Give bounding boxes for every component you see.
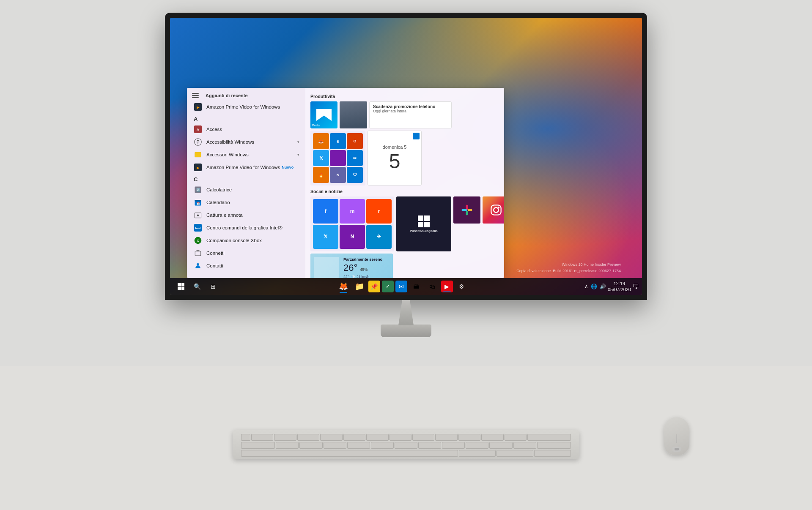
app-icon-access: A [194, 125, 202, 134]
app-item-amazon-prime-recent[interactable]: ▶ Amazon Prime Video for Windows [189, 101, 304, 113]
social-onenote: N [340, 225, 365, 249]
tray-network[interactable]: 🌐 [591, 284, 597, 289]
taskbar-todo[interactable]: ✓ [382, 281, 394, 292]
weather-temp-main: 26° [343, 262, 357, 273]
dot-firefox: 🦊 [313, 133, 329, 149]
start-button[interactable] [173, 279, 189, 294]
taskbar-sticky-notes[interactable]: 📌 [368, 281, 380, 292]
app-item-access[interactable]: A Access [189, 123, 304, 136]
mouse-logo [672, 447, 681, 452]
app-item-intel[interactable]: Intel Centro comandi della grafica Intel… [189, 221, 304, 234]
key [395, 442, 417, 449]
mouse [664, 417, 689, 455]
tile-calendar-photo[interactable] [340, 101, 367, 128]
social-telegram: ✈ [366, 225, 392, 249]
start-menu: Aggiunti di recente ▶ Amazon Prime Video… [187, 88, 504, 278]
tile-instagram[interactable] [483, 196, 504, 224]
tray-volume[interactable]: 🔊 [600, 284, 606, 289]
monitor-stand [381, 300, 431, 342]
app-icon-xbox: X [194, 236, 202, 245]
expand-arrow-accessories: ▾ [297, 153, 299, 157]
mail-icon-shape [316, 109, 332, 121]
app-name-amazon-prime: Amazon Prime Video for Windows [206, 165, 280, 170]
app-name-contatti: Contatti [206, 263, 223, 268]
keyboard-keys [241, 434, 571, 455]
app-item-calendario[interactable]: 📅 Calendario [189, 196, 304, 209]
taskbar-clock[interactable]: 12:19 05/07/2020 [608, 281, 631, 293]
taskbar-mail[interactable]: ✉ [395, 281, 407, 292]
key-row-2 [241, 442, 571, 449]
taskbar-photos[interactable]: 🏔 [409, 279, 423, 294]
app-item-accessibility[interactable]: Accessibilità Windows ▾ [189, 136, 304, 148]
start-menu-right-panel: Produttività Posta [305, 88, 504, 278]
svg-rect-31 [466, 211, 468, 215]
app-item-cattura[interactable]: Cattura e annota [189, 209, 304, 221]
svg-rect-33 [491, 205, 501, 215]
clock-date: 05/07/2020 [608, 286, 631, 292]
section-c: C [189, 174, 304, 183]
app-name-xbox: Companion console Xbox [206, 238, 262, 243]
app-item-connetti[interactable]: Connetti [189, 247, 304, 259]
app-name-calendario: Calendario [206, 200, 230, 205]
app-item-cortana[interactable]: Cortana [189, 272, 304, 275]
key [251, 434, 273, 441]
tile-office-grid[interactable]: 🦊 e O 𝕏 ✉ 🔥 N 🛡 [310, 131, 365, 185]
key [299, 442, 322, 449]
key-row-3 [241, 450, 571, 457]
svg-point-5 [197, 139, 199, 141]
key [241, 442, 275, 449]
app-item-calcolatrice[interactable]: 🔢 Calcolatrice [189, 183, 304, 196]
taskbar-store[interactable]: 🛍 [425, 279, 439, 294]
start-menu-left-panel: Aggiunti di recente ▶ Amazon Prime Video… [187, 88, 305, 278]
tile-calendar-date[interactable]: domenica 5 5 [368, 131, 422, 185]
app-icon-connetti [194, 249, 202, 257]
tray-arrow[interactable]: ∧ [584, 284, 588, 289]
app-item-amazon-prime[interactable]: ▶ Amazon Prime Video for Windows Nuovo [189, 161, 304, 174]
app-item-contatti[interactable]: Contatti [189, 259, 304, 272]
expand-arrow-accessibility: ▾ [297, 140, 299, 144]
key [390, 434, 411, 441]
hamburger-icon[interactable] [192, 93, 199, 98]
social-messenger: m [340, 199, 365, 224]
tile-social-grid[interactable]: f m r 𝕏 N ✈ [310, 196, 394, 251]
weather-thumbnail [314, 257, 339, 278]
weather-humidity: 45% [360, 267, 368, 272]
key [297, 434, 319, 441]
app-name-calcolatrice: Calcolatrice [206, 187, 232, 192]
tile-slack[interactable] [453, 196, 480, 224]
key [527, 434, 571, 441]
svg-point-21 [197, 263, 199, 266]
app-name-intel: Centro comandi della grafica Intel® [206, 225, 283, 230]
tile-windowsblogitalia[interactable]: WindowsBlogItalia [396, 196, 451, 251]
tile-mail[interactable]: Posta [310, 101, 337, 128]
system-tray-icons: ∧ 🌐 🔊 [584, 284, 606, 289]
app-item-xbox[interactable]: X Companion console Xbox [189, 234, 304, 247]
svg-rect-12 [195, 200, 201, 202]
app-icon-cortana [194, 274, 202, 275]
key [241, 450, 458, 457]
taskbar-left: 🔍 ⊞ [173, 279, 221, 294]
svg-text:X: X [197, 239, 199, 242]
app-icon-calendario: 📅 [194, 198, 202, 207]
tile-weather[interactable]: Parzialmente sereno 26° 45% 22° 💨 21 km/… [310, 254, 393, 278]
taskbar-groove[interactable]: ▶ [441, 281, 453, 292]
dot-office365: O [347, 133, 363, 149]
taskbar-settings[interactable]: ⚙ [455, 279, 469, 294]
app-item-accessories[interactable]: Accessori Windows ▾ [189, 148, 304, 161]
task-view-button[interactable]: ⊞ [206, 279, 221, 294]
action-center-button[interactable]: 🗨 [633, 283, 639, 290]
taskbar-file-explorer[interactable]: 📁 [352, 279, 367, 294]
stand-neck [393, 300, 419, 325]
app-list[interactable]: ▶ Amazon Prime Video for Windows A A A [187, 101, 305, 275]
dot-onenote: N [330, 167, 346, 183]
weather-condition: Parzialmente sereno [343, 257, 390, 262]
tile-calendar-event[interactable]: Scadenza promozione telefono Oggi giorna… [369, 101, 452, 128]
dot-twitter: 𝕏 [313, 150, 329, 166]
search-button[interactable]: 🔍 [189, 279, 205, 294]
produttivita-title: Produttività [310, 94, 499, 99]
app-name-prime-recent: Amazon Prime Video for Windows [206, 104, 280, 109]
taskbar-firefox[interactable]: 🦊 [336, 279, 351, 294]
dot-edge: e [330, 133, 346, 149]
windows-logo-taskbar [178, 283, 184, 290]
app-name-cattura: Cattura e annota [206, 213, 243, 218]
